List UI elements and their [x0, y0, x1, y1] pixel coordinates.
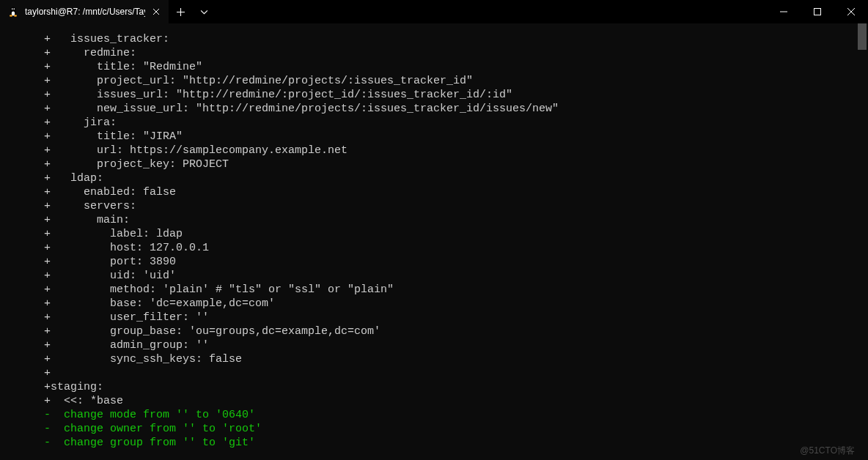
terminal-line: +staging: — [44, 380, 856, 394]
terminal-area: + issues_tracker:+ redmine:+ title: "Red… — [0, 23, 868, 460]
terminal-line: + issues_tracker: — [44, 32, 856, 46]
svg-point-7 — [10, 15, 12, 16]
terminal-line: - change group from '' to 'git' — [44, 436, 856, 450]
tab-title: taylorshi@R7: /mnt/c/Users/Tay — [25, 7, 145, 17]
terminal-line: + method: 'plain' # "tls" or "ssl" or "p… — [44, 283, 856, 297]
svg-rect-9 — [814, 9, 821, 15]
terminal-line: - change mode from '' to '0640' — [44, 408, 856, 422]
terminal-line: + url: https://samplecompany.example.net — [44, 144, 856, 157]
svg-point-5 — [12, 9, 13, 10]
tab-close-button[interactable] — [151, 7, 161, 17]
terminal-line: + user_filter: '' — [44, 311, 856, 324]
new-tab-button[interactable] — [169, 0, 192, 23]
terminal-line: + title: "Redmine" — [44, 60, 856, 74]
terminal-line: + project_url: "http://redmine/projects/… — [44, 74, 856, 88]
terminal-line: + base: 'dc=example,dc=com' — [44, 297, 856, 311]
terminal-line: + <<: *base — [44, 394, 856, 408]
terminal-line: + redmine: — [44, 46, 856, 60]
titlebar-drag-area[interactable] — [216, 0, 767, 23]
terminal-line: - change owner from '' to 'root' — [44, 422, 856, 436]
scrollbar[interactable] — [856, 23, 868, 460]
terminal-line: + sync_ssh_keys: false — [44, 352, 856, 366]
terminal-output[interactable]: + issues_tracker:+ redmine:+ title: "Red… — [0, 23, 856, 460]
tab-dropdown-button[interactable] — [192, 0, 216, 23]
tux-icon — [7, 6, 19, 18]
terminal-tab[interactable]: taylorshi@R7: /mnt/c/Users/Tay — [0, 0, 169, 23]
terminal-line: + enabled: false — [44, 185, 856, 199]
svg-point-2 — [12, 12, 15, 16]
terminal-line: + port: 3890 — [44, 255, 856, 269]
terminal-line: + new_issue_url: "http://redmine/project… — [44, 102, 856, 116]
minimize-button[interactable] — [767, 0, 801, 23]
terminal-line: + uid: 'uid' — [44, 269, 856, 283]
terminal-line: + label: ldap — [44, 227, 856, 241]
watermark: @51CTO博客 — [800, 445, 855, 457]
window-controls — [767, 0, 868, 23]
maximize-button[interactable] — [801, 0, 834, 23]
terminal-line: + project_key: PROJECT — [44, 157, 856, 171]
terminal-line: + admin_group: '' — [44, 338, 856, 352]
scroll-thumb[interactable] — [858, 23, 867, 50]
window-close-button[interactable] — [834, 0, 868, 23]
svg-point-6 — [14, 9, 15, 10]
svg-point-8 — [14, 15, 17, 16]
terminal-line: + ldap: — [44, 171, 856, 185]
terminal-line: + group_base: 'ou=groups,dc=example,dc=c… — [44, 324, 856, 338]
terminal-line: + jira: — [44, 116, 856, 130]
terminal-line: + — [44, 366, 856, 380]
titlebar: taylorshi@R7: /mnt/c/Users/Tay — [0, 0, 868, 23]
terminal-line: + issues_url: "http://redmine/:project_i… — [44, 88, 856, 102]
terminal-line: + servers: — [44, 199, 856, 213]
terminal-line: + host: 127.0.0.1 — [44, 241, 856, 255]
terminal-line: + main: — [44, 213, 856, 227]
terminal-line: + title: "JIRA" — [44, 130, 856, 144]
